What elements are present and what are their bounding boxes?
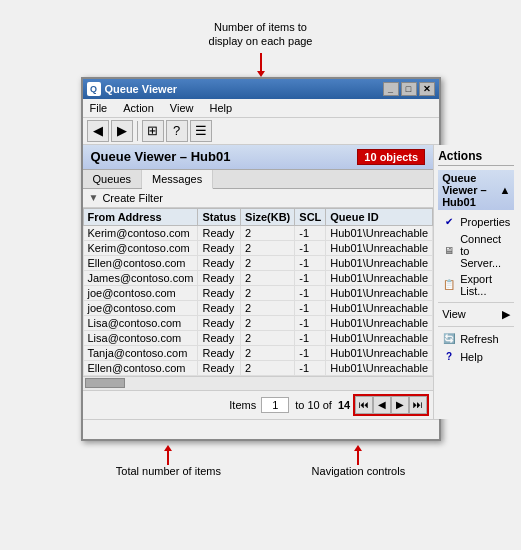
table-cell-3-3: -1 xyxy=(295,270,326,285)
table-cell-0-0: Kerim@contoso.com xyxy=(83,225,198,240)
table-row[interactable]: joe@contoso.comReady2-1Hub01\Unreachable xyxy=(83,300,433,315)
table-row[interactable]: Lisa@contoso.comReady2-1Hub01\Unreachabl… xyxy=(83,330,433,345)
title-bar: Q Queue Viewer _ □ ✕ xyxy=(83,79,439,99)
table-cell-3-2: 2 xyxy=(241,270,295,285)
view-menu-item[interactable]: View ▶ xyxy=(438,306,514,323)
action-help[interactable]: ? Help xyxy=(438,348,514,366)
table-cell-7-3: -1 xyxy=(295,330,326,345)
filter-icon: ▼ xyxy=(89,192,99,203)
table-cell-7-4: Hub01\Unreachable xyxy=(326,330,433,345)
table-row[interactable]: Ellen@contoso.comReady2-1Hub01\Unreachab… xyxy=(83,360,433,375)
close-button[interactable]: ✕ xyxy=(419,82,435,96)
action-refresh[interactable]: 🔄 Refresh xyxy=(438,330,514,348)
forward-button[interactable]: ▶ xyxy=(111,120,133,142)
table-row[interactable]: Ellen@contoso.comReady2-1Hub01\Unreachab… xyxy=(83,255,433,270)
table-cell-6-2: 2 xyxy=(241,315,295,330)
table-cell-6-1: Ready xyxy=(198,315,241,330)
table-row[interactable]: James@contoso.comReady2-1Hub01\Unreachab… xyxy=(83,270,433,285)
action-connect[interactable]: 🖥 Connect to Server... xyxy=(438,231,514,271)
table-cell-5-4: Hub01\Unreachable xyxy=(326,300,433,315)
horizontal-scrollbar[interactable] xyxy=(83,376,434,390)
top-annotation: Number of items to display on each page xyxy=(209,20,313,77)
col-queue[interactable]: Queue ID xyxy=(326,208,433,225)
col-size[interactable]: Size(KB) xyxy=(241,208,295,225)
table-row[interactable]: Lisa@contoso.comReady2-1Hub01\Unreachabl… xyxy=(83,315,433,330)
action-refresh-label: Refresh xyxy=(460,333,499,345)
table-cell-6-0: Lisa@contoso.com xyxy=(83,315,198,330)
total-count: 14 xyxy=(338,399,350,411)
export-icon: 📋 xyxy=(442,278,456,292)
menu-help[interactable]: Help xyxy=(206,101,235,115)
table-cell-9-2: 2 xyxy=(241,360,295,375)
layout-wrapper: Number of items to display on each page … xyxy=(71,20,451,477)
top-arrow-line xyxy=(260,53,262,71)
table-row[interactable]: Kerim@contoso.comReady2-1Hub01\Unreachab… xyxy=(83,225,433,240)
filter-label[interactable]: Create Filter xyxy=(102,192,163,204)
grid-button[interactable]: ⊞ xyxy=(142,120,164,142)
connect-icon: 🖥 xyxy=(442,244,456,258)
tab-messages[interactable]: Messages xyxy=(142,170,213,189)
nav-last-button[interactable]: ⏭ xyxy=(409,396,427,414)
action-connect-label: Connect to Server... xyxy=(460,233,510,269)
table-cell-6-3: -1 xyxy=(295,315,326,330)
toolbar: ◀ ▶ ⊞ ? ☰ xyxy=(83,118,439,145)
table-cell-5-1: Ready xyxy=(198,300,241,315)
table-cell-4-2: 2 xyxy=(241,285,295,300)
table-cell-3-4: Hub01\Unreachable xyxy=(326,270,433,285)
col-scl[interactable]: SCL xyxy=(295,208,326,225)
table-row[interactable]: Tanja@contoso.comReady2-1Hub01\Unreachab… xyxy=(83,345,433,360)
nav-first-button[interactable]: ⏮ xyxy=(355,396,373,414)
pagination-bar: Items to 10 of 14 ⏮ ◀ ▶ ⏭ xyxy=(83,390,434,419)
nav-next-button[interactable]: ▶ xyxy=(391,396,409,414)
action-properties[interactable]: ✔ Properties xyxy=(438,213,514,231)
minimize-button[interactable]: _ xyxy=(383,82,399,96)
table-cell-9-1: Ready xyxy=(198,360,241,375)
action-export[interactable]: 📋 Export List... xyxy=(438,271,514,299)
table-cell-3-0: James@contoso.com xyxy=(83,270,198,285)
table-cell-1-1: Ready xyxy=(198,240,241,255)
table-cell-2-2: 2 xyxy=(241,255,295,270)
scrollbar-thumb[interactable] xyxy=(85,378,125,388)
table-cell-8-4: Hub01\Unreachable xyxy=(326,345,433,360)
tab-queues[interactable]: Queues xyxy=(83,170,143,188)
menu-button[interactable]: ☰ xyxy=(190,120,212,142)
table-cell-0-1: Ready xyxy=(198,225,241,240)
help-button[interactable]: ? xyxy=(166,120,188,142)
menu-bar: File Action View Help xyxy=(83,99,439,118)
properties-icon: ✔ xyxy=(442,215,456,229)
page-input[interactable] xyxy=(261,397,289,413)
actions-title: Actions xyxy=(438,149,514,166)
view-chevron-icon: ▶ xyxy=(502,308,510,321)
window-title: Queue Viewer xyxy=(105,83,178,95)
tabs: Queues Messages xyxy=(83,170,434,189)
menu-view[interactable]: View xyxy=(167,101,197,115)
window: Q Queue Viewer _ □ ✕ File Action View He… xyxy=(81,77,441,441)
nav-arrow-line xyxy=(357,451,359,465)
items-label: Items xyxy=(229,399,256,411)
table-cell-1-4: Hub01\Unreachable xyxy=(326,240,433,255)
action-export-label: Export List... xyxy=(460,273,510,297)
table-row[interactable]: joe@contoso.comReady2-1Hub01\Unreachable xyxy=(83,285,433,300)
menu-action[interactable]: Action xyxy=(120,101,157,115)
col-status[interactable]: Status xyxy=(198,208,241,225)
total-annotation: Total number of items xyxy=(116,445,221,477)
table-cell-1-3: -1 xyxy=(295,240,326,255)
total-annotation-text: Total number of items xyxy=(116,465,221,477)
back-button[interactable]: ◀ xyxy=(87,120,109,142)
nav-prev-button[interactable]: ◀ xyxy=(373,396,391,414)
actions-separator-1 xyxy=(438,302,514,303)
table-container: From Address Status Size(KB) SCL Queue I… xyxy=(83,208,434,376)
col-from[interactable]: From Address xyxy=(83,208,198,225)
top-annotation-text: Number of items to display on each page xyxy=(209,20,313,49)
table-cell-6-4: Hub01\Unreachable xyxy=(326,315,433,330)
nav-annotation: Navigation controls xyxy=(312,445,406,477)
right-panel: Actions Queue Viewer – Hub01 ▲ ✔ Propert… xyxy=(434,145,518,419)
table-cell-7-0: Lisa@contoso.com xyxy=(83,330,198,345)
table-row[interactable]: Kerim@contoso.comReady2-1Hub01\Unreachab… xyxy=(83,240,433,255)
table-cell-1-0: Kerim@contoso.com xyxy=(83,240,198,255)
title-bar-left: Q Queue Viewer xyxy=(87,82,178,96)
maximize-button[interactable]: □ xyxy=(401,82,417,96)
table-cell-0-4: Hub01\Unreachable xyxy=(326,225,433,240)
table-cell-4-3: -1 xyxy=(295,285,326,300)
menu-file[interactable]: File xyxy=(87,101,111,115)
